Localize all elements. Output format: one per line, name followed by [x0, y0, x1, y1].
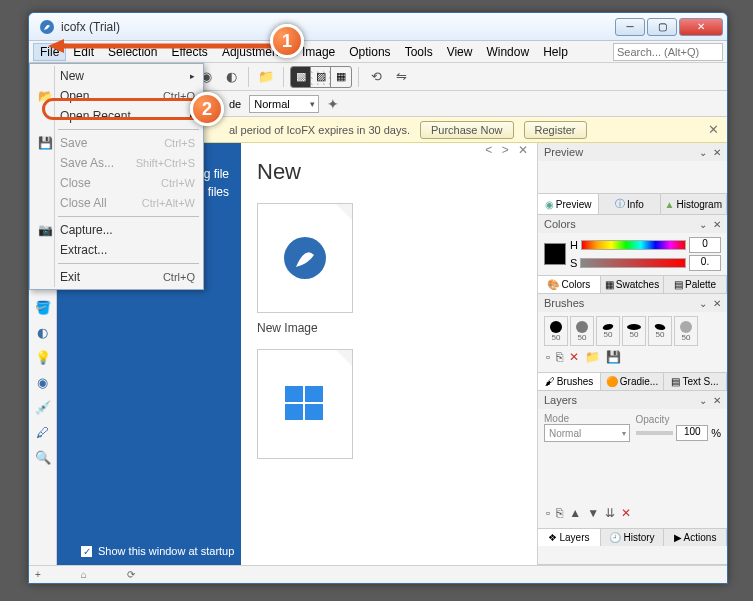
callout-2: 2 — [190, 92, 224, 126]
tool-blur[interactable]: ◉ — [33, 372, 53, 392]
brush-new-icon[interactable]: ▫ — [546, 350, 550, 364]
layer-new-icon[interactable]: ▫ — [546, 506, 550, 520]
opacity-value[interactable]: 100 — [676, 425, 708, 441]
start-prev[interactable]: < — [485, 143, 492, 157]
svg-rect-5 — [305, 404, 323, 420]
tool-picker[interactable]: 💉 — [33, 397, 53, 417]
hue-value[interactable]: 0 — [689, 237, 721, 253]
start-close[interactable]: ✕ — [518, 143, 528, 157]
layer-up-icon[interactable]: ▲ — [569, 506, 581, 520]
brush-del-icon[interactable]: ✕ — [569, 350, 579, 364]
layer-del-icon[interactable]: ✕ — [621, 506, 631, 520]
new-win-thumb[interactable] — [257, 349, 353, 459]
file-exit[interactable]: ExitCtrl+Q — [32, 267, 201, 287]
file-extract[interactable]: Extract... — [32, 240, 201, 260]
file-close[interactable]: CloseCtrl+W — [32, 173, 201, 193]
minimize-button[interactable]: ─ — [615, 18, 645, 36]
file-save-as[interactable]: Save As...Shift+Ctrl+S — [32, 153, 201, 173]
file-capture[interactable]: 📷Capture... — [32, 220, 201, 240]
show-startup-checkbox[interactable]: ✓ Show this window at startup — [81, 545, 234, 557]
tool-gradient[interactable]: ◐ — [33, 322, 53, 342]
wand-icon[interactable]: ✦ — [327, 96, 339, 112]
annotation-oval-2 — [42, 98, 208, 120]
brush-save-icon[interactable]: 💾 — [606, 350, 621, 364]
tool-fill[interactable]: 🪣 — [33, 297, 53, 317]
layer-dup-icon[interactable]: ⎘ — [556, 506, 563, 520]
tb-rgba-group[interactable]: ▩ ▨ ▦ — [290, 66, 352, 88]
purchase-button[interactable]: Purchase Now — [420, 121, 514, 139]
tb-rotate[interactable]: ⟲ — [365, 66, 387, 88]
tab-colors[interactable]: 🎨Colors — [538, 276, 601, 293]
menu-separator — [58, 263, 199, 264]
panel-close-icon[interactable]: ✕ — [713, 298, 721, 309]
menu-view[interactable]: View — [440, 43, 480, 61]
windows-logo-icon — [283, 382, 327, 426]
svg-marker-7 — [48, 39, 64, 53]
tb-folder[interactable]: 📁 — [255, 66, 277, 88]
layer-down-icon[interactable]: ▼ — [587, 506, 599, 520]
search-input[interactable] — [613, 43, 723, 61]
trial-close-icon[interactable]: ✕ — [708, 122, 719, 137]
start-next[interactable]: > — [502, 143, 509, 157]
brush-folder-icon[interactable]: 📁 — [585, 350, 600, 364]
status-a[interactable]: + — [35, 569, 41, 580]
tab-brushes[interactable]: 🖌Brushes — [538, 373, 601, 390]
layer-merge-icon[interactable]: ⇊ — [605, 506, 615, 520]
tool-zoom[interactable]: 🔍 — [33, 447, 53, 467]
status-c[interactable]: ⟳ — [127, 569, 135, 580]
brush-preset[interactable]: 50 — [596, 316, 620, 346]
opacity-slider[interactable] — [636, 431, 674, 435]
brush-dup-icon[interactable]: ⎘ — [556, 350, 563, 364]
brush-preset[interactable]: 50 — [544, 316, 568, 346]
panel-close-icon[interactable]: ✕ — [713, 395, 721, 406]
menu-options[interactable]: Options — [342, 43, 397, 61]
sat-value[interactable]: 0. — [689, 255, 721, 271]
menu-tools[interactable]: Tools — [398, 43, 440, 61]
close-button[interactable]: ✕ — [679, 18, 723, 36]
brush-preset[interactable]: 50 — [570, 316, 594, 346]
tb-flip[interactable]: ⇋ — [390, 66, 412, 88]
brush-preset[interactable]: 50 — [622, 316, 646, 346]
file-close-all[interactable]: Close AllCtrl+Alt+W — [32, 193, 201, 213]
mode-combo[interactable]: Normal — [249, 95, 319, 113]
tab-histogram[interactable]: ▲Histogram — [661, 194, 727, 214]
file-new[interactable]: New▸ — [32, 66, 201, 86]
tab-palette[interactable]: ▤Palette — [664, 276, 727, 293]
panel-close-icon[interactable]: ✕ — [713, 219, 721, 230]
menu-help[interactable]: Help — [536, 43, 575, 61]
new-image-thumb[interactable] — [257, 203, 353, 313]
panel-collapse-icon[interactable]: ⌄ — [699, 395, 707, 406]
tab-text-styles[interactable]: ▤Text S... — [664, 373, 727, 390]
maximize-button[interactable]: ▢ — [647, 18, 677, 36]
panel-close-icon[interactable]: ✕ — [713, 147, 721, 158]
start-main: < > ✕ New New Image — [241, 143, 537, 565]
tab-layers[interactable]: ❖Layers — [538, 529, 601, 546]
brush-preset[interactable]: 50 — [674, 316, 698, 346]
tab-gradient[interactable]: 🟠Gradie... — [601, 373, 664, 390]
start-heading: New — [257, 159, 521, 185]
layer-mode-combo[interactable]: Normal — [544, 424, 630, 442]
brushes-panel: Brushes⌄✕ 50 50 50 50 50 50 ▫ ⎘ ✕ 📁 — [538, 294, 727, 391]
preview-title: Preview — [544, 146, 693, 158]
file-save[interactable]: 💾SaveCtrl+S — [32, 133, 201, 153]
tab-info[interactable]: ⓘInfo — [599, 194, 660, 214]
hue-slider[interactable] — [581, 240, 686, 250]
tab-history[interactable]: 🕘History — [601, 529, 664, 546]
register-button[interactable]: Register — [524, 121, 587, 139]
tb-apple[interactable]: ◐ — [220, 66, 242, 88]
brush-preset[interactable]: 50 — [648, 316, 672, 346]
tool-pen[interactable]: 🖊 — [33, 422, 53, 442]
panel-collapse-icon[interactable]: ⌄ — [699, 298, 707, 309]
sat-slider[interactable] — [580, 258, 686, 268]
menu-window[interactable]: Window — [479, 43, 536, 61]
svg-rect-2 — [285, 386, 303, 402]
tool-light[interactable]: 💡 — [33, 347, 53, 367]
panel-collapse-icon[interactable]: ⌄ — [699, 147, 707, 158]
panel-collapse-icon[interactable]: ⌄ — [699, 219, 707, 230]
annotation-arrow-1 — [48, 36, 278, 56]
tab-swatches[interactable]: ▦Swatches — [601, 276, 664, 293]
tab-preview[interactable]: ◉Preview — [538, 194, 599, 214]
color-swatch[interactable] — [544, 243, 566, 265]
status-b[interactable]: ⌂ — [81, 569, 87, 580]
tab-actions[interactable]: ▶Actions — [664, 529, 727, 546]
